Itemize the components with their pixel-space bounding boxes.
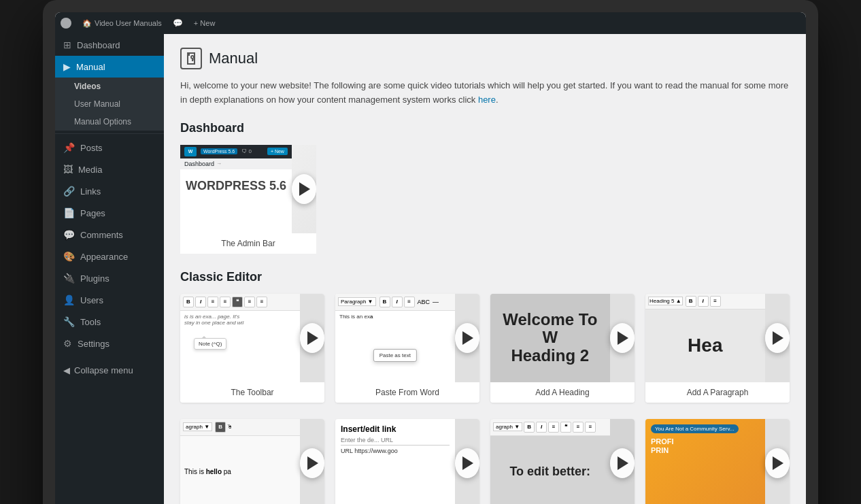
manual-icon: ▶ — [63, 61, 71, 72]
insert-link-placeholder: Enter the de... URL — [341, 437, 450, 446]
paste-play-button[interactable] — [455, 323, 479, 353]
collapse-menu-button[interactable]: ◀ Collapse menu — [55, 360, 164, 381]
dashboard-video-card: W WordPress 5.6 🗨 0 + New Dashboard → — [180, 145, 316, 254]
paragraph-video-card: Heading 5 ▲ B I ≡ Hea — [645, 294, 790, 403]
heading-big-text: Welcome To W Heading 2 — [496, 311, 605, 365]
tools-icon: 🔧 — [63, 316, 75, 327]
heading-video-card: Welcome To W Heading 2 Add A Heading — [490, 294, 635, 403]
play-triangle-2 — [307, 331, 318, 345]
insert-link-title: Insert/edit link — [341, 424, 450, 434]
edit-video-thumb[interactable]: agraph ▼ B I ≡ ❝ ≡ ≡ To edit better: — [490, 419, 635, 504]
dashboard-play-button[interactable] — [292, 174, 316, 204]
sidebar-item-media[interactable]: 🖼 Media — [55, 158, 164, 180]
dashboard-section-heading: Dashboard — [180, 121, 790, 135]
book-video-card: You Are Not a Community Serv... PROFIPRI… — [645, 419, 790, 504]
admin-bar-home[interactable]: 🏠 Video User Manuals — [82, 19, 162, 28]
paste-popup: Paste as text — [373, 349, 417, 362]
dashboard-video-thumb[interactable]: W WordPress 5.6 🗨 0 + New Dashboard → — [180, 145, 316, 233]
sidebar-item-plugins[interactable]: 🔌 Plugins — [55, 267, 164, 289]
paste-video-label: Paste From Word — [335, 382, 479, 403]
wp-logo-icon — [61, 18, 71, 29]
sidebar-item-tools[interactable]: 🔧 Tools — [55, 311, 164, 333]
sidebar-item-appearance[interactable]: 🎨 Appearance — [55, 246, 164, 267]
heading-video-label: Add A Heading — [490, 382, 635, 403]
toolbar-video-label: The Toolbar — [180, 382, 324, 403]
book-badge: You Are Not a Community Serv... — [651, 424, 739, 433]
admin-bar-new[interactable]: + New — [194, 19, 216, 27]
sidebar-manual-options[interactable]: Manual Options — [55, 113, 164, 131]
book-video-thumb[interactable]: You Are Not a Community Serv... PROFIPRI… — [645, 419, 790, 504]
dashboard-icon: ⊞ — [63, 39, 71, 50]
sidebar-item-dashboard[interactable]: ⊞ Dashboard — [55, 34, 164, 56]
toolbar-play-button[interactable] — [300, 323, 324, 353]
sidebar-item-comments[interactable]: 💬 Comments — [55, 224, 164, 246]
paragraph-play-button[interactable] — [765, 323, 790, 353]
classic-editor-section-heading: Classic Editor — [180, 270, 790, 284]
sidebar-item-pages[interactable]: 📄 Pages — [55, 202, 164, 224]
toolbar-video-card: B I ≡ ≡ ❝ ≡ ≡ is is an exa... page. It's — [180, 294, 324, 403]
home-icon: 🏠 — [82, 19, 92, 28]
links-icon: 🔗 — [63, 186, 75, 197]
bold-play-button[interactable] — [300, 448, 324, 478]
manual-page-icon — [180, 48, 202, 69]
appearance-icon: 🎨 — [63, 251, 75, 262]
toolbar-row: B I ≡ ≡ ❝ ≡ ≡ — [180, 294, 300, 311]
play-triangle-4 — [618, 331, 628, 345]
paragraph-video-thumb[interactable]: Heading 5 ▲ B I ≡ Hea — [645, 294, 790, 382]
dashboard-video-label: The Admin Bar — [180, 233, 316, 254]
insert-link-play-button[interactable] — [455, 448, 479, 478]
users-icon: 👤 — [63, 295, 75, 305]
admin-bar-wp-logo[interactable] — [61, 18, 71, 29]
sidebar-item-links[interactable]: 🔗 Links — [55, 180, 164, 202]
book-title: PROFIPRIN — [651, 437, 674, 455]
sidebar-sub-manual: Videos User Manual Manual Options — [55, 78, 164, 131]
thumb-wp-dot: W — [184, 147, 197, 156]
toolbar-video-thumb[interactable]: B I ≡ ≡ ❝ ≡ ≡ is is an exa... page. It's — [180, 294, 324, 382]
admin-bar-comments[interactable]: 💬 — [173, 18, 183, 28]
thumb-wp-text: WORDPRESS 5.6 — [184, 179, 288, 193]
paste-toolbar: Paragraph ▼ B I ≡ ABC — — [335, 294, 455, 311]
play-triangle-7 — [462, 456, 473, 470]
thumb-toolbar-text: is is an exa... page. It'sstay in one pl… — [184, 314, 296, 326]
svg-point-3 — [191, 56, 194, 58]
bold-content-text: This is hello pa — [184, 468, 231, 475]
insert-link-video-thumb[interactable]: Insert/edit link Enter the de... URL URL… — [335, 419, 479, 504]
sidebar-videos-label[interactable]: Videos — [55, 78, 164, 95]
play-triangle — [299, 182, 310, 196]
pages-icon: 📄 — [63, 207, 75, 218]
book-play-button[interactable] — [765, 448, 790, 478]
plugins-icon: 🔌 — [63, 273, 75, 284]
classic-editor-video-grid-row1: B I ≡ ≡ ❝ ≡ ≡ is is an exa... page. It's — [180, 294, 790, 403]
thumb-wp-version-badge: WordPress 5.6 — [201, 148, 237, 154]
wp-admin-bar: 🏠 Video User Manuals 💬 + New — [55, 12, 806, 34]
main-content: Manual Hi, welcome to your new website! … — [164, 34, 806, 504]
posts-icon: 📌 — [63, 142, 75, 153]
edit-big-text: To edit better: — [505, 460, 594, 483]
insert-link-video-card: Insert/edit link Enter the de... URL URL… — [335, 419, 479, 504]
thumb-content-area: WORDPRESS 5.6 — [180, 169, 292, 233]
heading-play-button[interactable] — [610, 323, 635, 353]
heading-video-thumb[interactable]: Welcome To W Heading 2 — [490, 294, 635, 382]
comments-sidebar-icon: 💬 — [63, 229, 75, 240]
sidebar-item-manual[interactable]: ▶ Manual — [55, 56, 164, 78]
sidebar-user-manual[interactable]: User Manual — [55, 95, 164, 113]
dashboard-video-section: W WordPress 5.6 🗨 0 + New Dashboard → — [180, 145, 790, 254]
para-big-text: Hea — [683, 332, 726, 359]
paste-video-thumb[interactable]: Paragraph ▼ B I ≡ ABC — This is an exa — [335, 294, 479, 382]
here-link[interactable]: here — [478, 95, 496, 105]
sidebar-item-settings[interactable]: ⚙ Settings — [55, 333, 164, 354]
bold-video-card: agraph ▼ B 🖱 This is hello pa — [180, 419, 324, 504]
play-triangle-5 — [773, 331, 783, 345]
paragraph-video-label: Add A Paragraph — [645, 382, 790, 403]
laptop-screen: 🏠 Video User Manuals 💬 + New ⊞ Dashboard… — [55, 12, 806, 504]
edit-play-button[interactable] — [610, 448, 635, 478]
page-title-row: Manual — [180, 48, 790, 69]
sidebar-item-posts[interactable]: 📌 Posts — [55, 137, 164, 158]
sidebar: ⊞ Dashboard ▶ Manual Videos User Manual … — [55, 34, 164, 504]
book-thumb-img: You Are Not a Community Serv... PROFIPRI… — [645, 419, 765, 504]
classic-editor-video-grid-row2: agraph ▼ B 🖱 This is hello pa — [180, 419, 790, 504]
play-triangle-8 — [618, 456, 628, 470]
bold-video-thumb[interactable]: agraph ▼ B 🖱 This is hello pa — [180, 419, 324, 504]
sidebar-item-users[interactable]: 👤 Users — [55, 289, 164, 311]
settings-icon: ⚙ — [63, 338, 72, 349]
